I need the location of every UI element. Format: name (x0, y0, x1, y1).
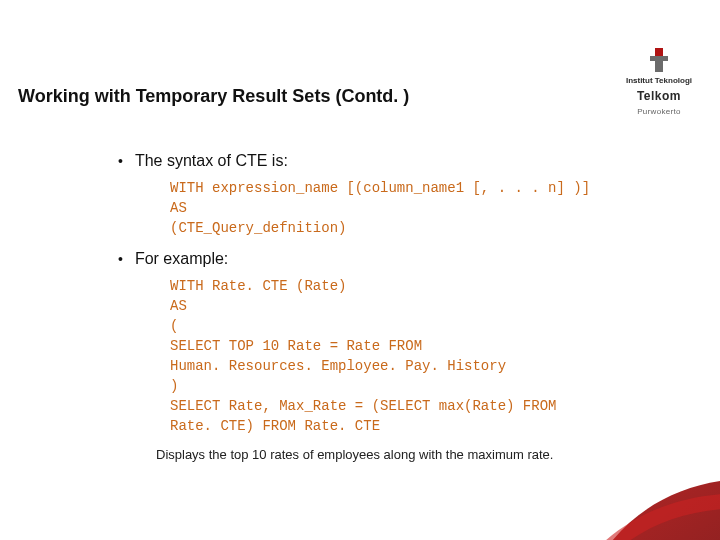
code-line: SELECT TOP 10 Rate = Rate FROM (170, 336, 678, 356)
bullet-dot-icon: • (118, 150, 123, 172)
logo-name-text: Telkom (637, 89, 681, 103)
content-area: • The syntax of CTE is: WITH expression_… (118, 150, 678, 464)
code-line: WITH expression_name [(column_name1 [, .… (170, 178, 678, 198)
bullet-item: • For example: (118, 248, 678, 270)
bullet-text: For example: (135, 248, 228, 270)
caption-text: Displays the top 10 rates of employees a… (156, 446, 576, 464)
logo-sub-text: Purwokerto (637, 107, 680, 116)
code-line: ) (170, 376, 678, 396)
syntax-code-block: WITH expression_name [(column_name1 [, .… (170, 178, 678, 238)
svg-rect-0 (655, 48, 663, 56)
svg-rect-1 (650, 56, 668, 61)
bullet-text: The syntax of CTE is: (135, 150, 288, 172)
svg-rect-2 (655, 61, 663, 72)
code-line: (CTE_Query_defnition) (170, 218, 678, 238)
code-line: Rate. CTE) FROM Rate. CTE (170, 416, 678, 436)
bullet-item: • The syntax of CTE is: (118, 150, 678, 172)
brand-logo: Institut Teknologi Telkom Purwokerto (626, 48, 692, 116)
code-line: WITH Rate. CTE (Rate) (170, 276, 678, 296)
bullet-dot-icon: • (118, 248, 123, 270)
logo-inst-text: Institut Teknologi (626, 76, 692, 85)
code-line: AS (170, 296, 678, 316)
code-line: AS (170, 198, 678, 218)
example-code-block: WITH Rate. CTE (Rate) AS ( SELECT TOP 10… (170, 276, 678, 436)
code-line: Human. Resources. Employee. Pay. History (170, 356, 678, 376)
code-line: ( (170, 316, 678, 336)
page-title: Working with Temporary Result Sets (Cont… (18, 86, 409, 107)
telkom-logo-icon (644, 48, 674, 72)
code-line: SELECT Rate, Max_Rate = (SELECT max(Rate… (170, 396, 678, 416)
